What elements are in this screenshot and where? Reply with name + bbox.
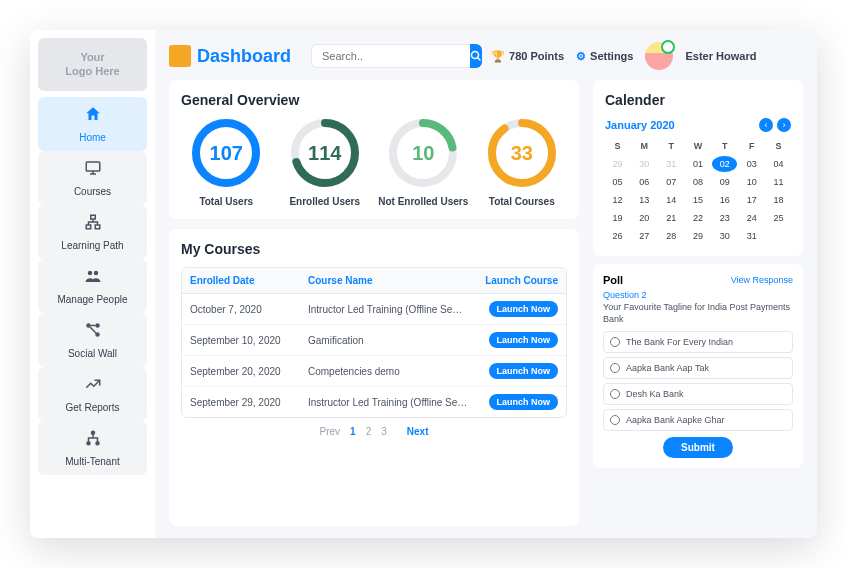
calendar-day[interactable]: 27 [632, 228, 657, 244]
calendar-day[interactable]: 25 [766, 210, 791, 226]
courses-card: My Courses Enrolled Date Course Name Lau… [169, 229, 579, 526]
calendar-day[interactable]: 21 [659, 210, 684, 226]
nav-icon [84, 375, 102, 398]
view-response-link[interactable]: View Response [731, 275, 793, 285]
table-row: September 29, 2020Instructor Led Trainin… [182, 387, 566, 417]
nav-icon [84, 159, 102, 182]
search-button[interactable] [470, 44, 482, 68]
calendar-day[interactable]: 17 [739, 192, 764, 208]
poll-option[interactable]: The Bank For Every Indian [603, 331, 793, 353]
pager-page[interactable]: 1 [350, 426, 356, 437]
poll-card: Poll View Response Question 2 Your Favou… [593, 264, 803, 468]
launch-button[interactable]: Launch Now [489, 363, 559, 379]
calendar-day[interactable]: 19 [605, 210, 630, 226]
poll-radio[interactable] [610, 415, 620, 425]
calendar-day[interactable]: 15 [686, 192, 711, 208]
stat-value: 10 [412, 142, 434, 165]
calendar-dow: T [659, 138, 684, 154]
stat-label: Enrolled Users [280, 196, 371, 207]
svg-point-14 [472, 52, 479, 59]
sidebar-item-learning-path[interactable]: Learning Path [38, 205, 147, 259]
sidebar-item-get-reports[interactable]: Get Reports [38, 367, 147, 421]
avatar[interactable] [645, 42, 673, 70]
calendar-day[interactable]: 11 [766, 174, 791, 190]
poll-radio[interactable] [610, 363, 620, 373]
calendar-day[interactable]: 30 [632, 156, 657, 172]
topbar: Dashboard 🏆 780 Points ⚙ Settings Ester [169, 42, 803, 70]
pager-page[interactable]: 2 [366, 426, 372, 437]
calendar-day[interactable]: 22 [686, 210, 711, 226]
calendar-day[interactable]: 28 [659, 228, 684, 244]
sidebar-item-home[interactable]: Home [38, 97, 147, 151]
calendar-day[interactable]: 03 [739, 156, 764, 172]
pager-prev[interactable]: Prev [320, 426, 341, 437]
launch-button[interactable]: Launch Now [489, 301, 559, 317]
settings-link[interactable]: ⚙ Settings [576, 50, 633, 63]
calendar-day[interactable]: 26 [605, 228, 630, 244]
calendar-day[interactable]: 31 [659, 156, 684, 172]
cell-date: September 10, 2020 [190, 335, 300, 346]
calendar-day[interactable]: 23 [712, 210, 737, 226]
calendar-day[interactable]: 18 [766, 192, 791, 208]
calendar-day[interactable]: 20 [632, 210, 657, 226]
poll-option[interactable]: Desh Ka Bank [603, 383, 793, 405]
stat-label: Total Users [181, 196, 272, 207]
calendar-day[interactable]: 08 [686, 174, 711, 190]
nav-icon [84, 267, 102, 290]
table-row: September 10, 2020GamificationLaunch Now [182, 325, 566, 356]
svg-point-7 [93, 270, 98, 275]
poll-option[interactable]: Aapka Bank Aapke Ghar [603, 409, 793, 431]
sidebar-item-manage-people[interactable]: Manage People [38, 259, 147, 313]
col-action: Launch Course [478, 275, 558, 286]
calendar-day[interactable]: 06 [632, 174, 657, 190]
calendar-day[interactable]: 14 [659, 192, 684, 208]
calendar-dow: W [686, 138, 711, 154]
poll-option[interactable]: Aapka Bank Aap Tak [603, 357, 793, 379]
calendar-day[interactable]: 24 [739, 210, 764, 226]
calendar-day[interactable]: 30 [712, 228, 737, 244]
calendar-day[interactable]: 13 [632, 192, 657, 208]
svg-point-11 [91, 431, 94, 434]
stat-total-courses: 33Total Courses [477, 118, 568, 207]
courses-title: My Courses [181, 241, 567, 257]
search-input[interactable] [311, 44, 470, 68]
calendar-day[interactable]: 31 [739, 228, 764, 244]
col-name: Course Name [308, 275, 470, 286]
calendar-card: Calender January 2020 ‹ › SMTWTFS2930310… [593, 80, 803, 256]
nav-icon [84, 429, 102, 452]
calendar-prev[interactable]: ‹ [759, 118, 773, 132]
poll-radio[interactable] [610, 389, 620, 399]
pager-page[interactable]: 3 [381, 426, 387, 437]
sidebar-item-social-wall[interactable]: Social Wall [38, 313, 147, 367]
calendar-next[interactable]: › [777, 118, 791, 132]
gear-icon: ⚙ [576, 50, 586, 63]
calendar-day[interactable]: 02 [712, 156, 737, 172]
calendar-day[interactable]: 29 [686, 228, 711, 244]
stat-value: 107 [210, 142, 243, 165]
calendar-day[interactable]: 07 [659, 174, 684, 190]
calendar-day[interactable]: 04 [766, 156, 791, 172]
nav-label: Courses [74, 186, 111, 197]
sidebar-item-courses[interactable]: Courses [38, 151, 147, 205]
calendar-day[interactable]: 16 [712, 192, 737, 208]
sidebar-item-multi-tenant[interactable]: Multi-Tenant [38, 421, 147, 475]
launch-button[interactable]: Launch Now [489, 394, 559, 410]
calendar-day[interactable]: 05 [605, 174, 630, 190]
poll-radio[interactable] [610, 337, 620, 347]
nav-label: Multi-Tenant [65, 456, 119, 467]
calendar-day[interactable]: 01 [686, 156, 711, 172]
search-icon [470, 50, 482, 62]
col-date: Enrolled Date [190, 275, 300, 286]
poll-submit-button[interactable]: Submit [663, 437, 733, 458]
launch-button[interactable]: Launch Now [489, 332, 559, 348]
calendar-day[interactable]: 29 [605, 156, 630, 172]
calendar-day[interactable]: 09 [712, 174, 737, 190]
calendar-day[interactable]: 12 [605, 192, 630, 208]
poll-option-label: Desh Ka Bank [626, 389, 684, 399]
table-row: October 7, 2020Intructor Led Training (O… [182, 294, 566, 325]
poll-option-label: Aapka Bank Aapke Ghar [626, 415, 725, 425]
table-header: Enrolled Date Course Name Launch Course [182, 268, 566, 294]
nav-icon [84, 105, 102, 128]
calendar-day[interactable]: 10 [739, 174, 764, 190]
pager-next[interactable]: Next [407, 426, 429, 437]
